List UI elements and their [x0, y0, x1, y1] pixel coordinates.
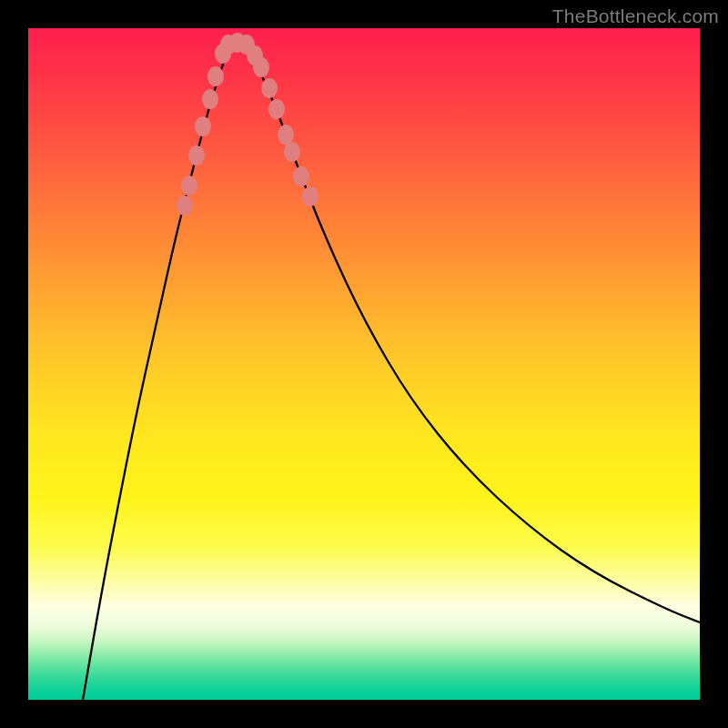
- chart-frame: TheBottleneck.com: [0, 0, 728, 728]
- marker-left-5: [207, 66, 224, 86]
- marker-left-2: [188, 146, 205, 166]
- marker-left-3: [195, 116, 211, 136]
- watermark-text: TheBottleneck.com: [552, 5, 719, 27]
- marker-left-4: [202, 89, 218, 109]
- marker-right-5: [284, 142, 300, 162]
- curve-left: [83, 46, 230, 700]
- curve-right: [245, 46, 700, 622]
- marker-right-7: [302, 187, 318, 207]
- marker-right-3: [268, 99, 285, 119]
- marker-right-2: [261, 78, 278, 98]
- plot-area: [28, 28, 700, 700]
- marker-left-0: [177, 196, 193, 216]
- marker-right-1: [253, 57, 269, 77]
- marker-left-1: [181, 176, 197, 196]
- bottleneck-curve-chart: [28, 28, 700, 700]
- marker-right-4: [278, 125, 294, 145]
- marker-right-6: [293, 167, 309, 187]
